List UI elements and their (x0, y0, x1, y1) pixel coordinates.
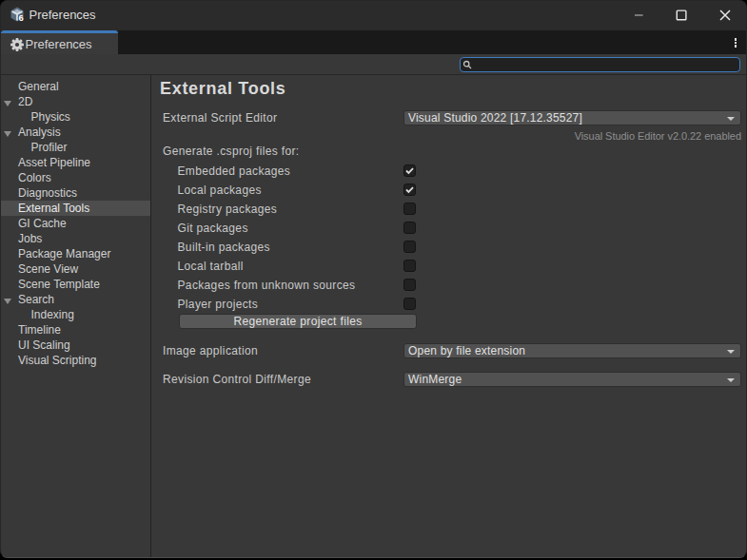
svg-text:6: 6 (19, 12, 24, 22)
